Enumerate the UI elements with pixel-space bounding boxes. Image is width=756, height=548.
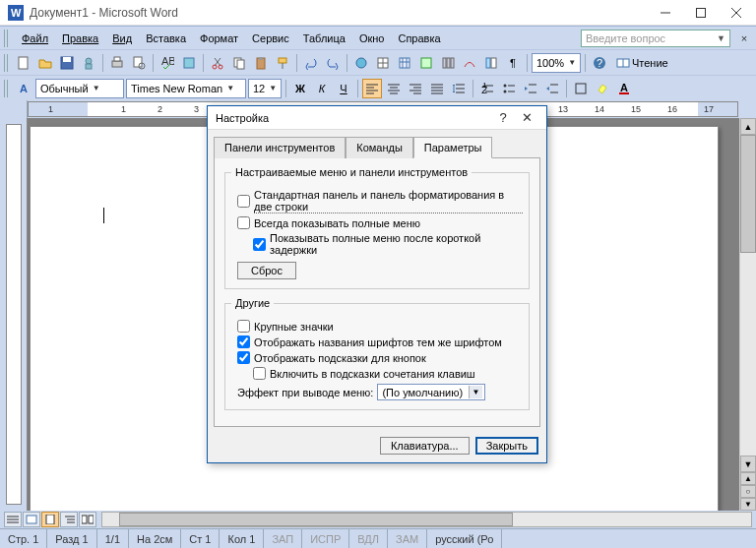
check-font-names[interactable] [237,335,250,348]
font-combo[interactable]: Times New Roman▼ [126,79,246,98]
label-large-icons[interactable]: Крупные значки [254,321,334,333]
scroll-thumb[interactable] [740,135,756,253]
menu-edit[interactable]: Правка [56,30,104,47]
print-layout-view-button[interactable] [41,512,59,527]
borders-button[interactable] [571,79,591,98]
menu-format[interactable]: Формат [194,30,244,47]
new-doc-button[interactable] [14,53,33,73]
tab-toolbars[interactable]: Панели инструментов [214,137,346,158]
check-two-rows[interactable] [237,195,250,208]
insert-worksheet-button[interactable] [416,53,436,73]
hscroll-thumb[interactable] [119,513,513,526]
align-right-button[interactable] [406,79,425,98]
normal-view-button[interactable] [4,512,22,527]
align-left-button[interactable] [362,79,382,98]
insert-table-button[interactable] [395,53,414,73]
font-size-combo[interactable]: 12▼ [248,79,282,98]
format-painter-button[interactable] [273,53,292,73]
print-preview-button[interactable] [129,53,149,73]
bold-button[interactable]: Ж [290,79,310,98]
status-ext[interactable]: ВДЛ [349,529,388,548]
scroll-up-button[interactable]: ▲ [740,118,756,135]
doc-map-button[interactable] [481,53,501,73]
label-tooltips[interactable]: Отображать подсказки для кнопок [254,352,426,364]
highlight-button[interactable] [593,79,612,98]
print-button[interactable] [107,53,127,73]
close-document-button[interactable]: × [736,32,752,44]
keyboard-button[interactable]: Клавиатура... [380,437,470,455]
open-button[interactable] [35,53,55,73]
reset-button[interactable]: Сброс [237,262,296,279]
drawing-button[interactable] [460,53,479,73]
close-button[interactable] [719,0,754,26]
bullets-button[interactable] [499,79,519,98]
tables-borders-button[interactable] [373,53,393,73]
check-shortcuts[interactable] [253,367,266,380]
zoom-combo[interactable]: 100%▼ [532,53,581,73]
vertical-scrollbar[interactable]: ▲ ▼ ▲ ○ ▼ [739,118,756,511]
hyperlink-button[interactable] [351,53,371,73]
check-tooltips[interactable] [237,351,250,364]
check-full-menus[interactable] [237,216,250,229]
status-ovr[interactable]: ЗАМ [388,529,427,548]
label-font-names[interactable]: Отображать названия шрифтов тем же шрифт… [254,336,502,348]
menu-help[interactable]: Справка [392,30,446,47]
menu-view[interactable]: Вид [106,30,138,47]
status-trk[interactable]: ИСПР [302,529,349,548]
increase-indent-button[interactable] [542,79,562,98]
status-lang[interactable]: русский (Ро [427,529,502,548]
tab-options[interactable]: Параметры [413,137,493,158]
line-spacing-button[interactable] [449,79,469,98]
label-two-rows[interactable]: Стандартная панель и панель форматирован… [254,189,523,213]
reading-view-button[interactable] [79,512,96,527]
cut-button[interactable] [208,53,227,73]
dialog-close-button[interactable]: ✕ [515,110,538,125]
dialog-help-button[interactable]: ? [491,110,515,125]
label-after-delay[interactable]: Показывать полные меню после короткой за… [270,232,523,256]
undo-button[interactable] [301,53,321,73]
justify-button[interactable] [427,79,447,98]
tab-commands[interactable]: Команды [346,137,413,158]
maximize-button[interactable] [683,0,719,26]
menu-table[interactable]: Таблица [297,30,351,47]
menu-effect-combo[interactable]: (По умолчанию) ▼ [377,384,485,400]
redo-button[interactable] [323,53,343,73]
prev-page-button[interactable]: ▲ [740,472,756,485]
label-shortcuts[interactable]: Включить в подсказки сочетания клавиш [270,368,475,380]
underline-button[interactable]: Ч [334,79,353,98]
show-marks-button[interactable]: ¶ [503,53,523,73]
read-mode-button[interactable]: Чтение [611,53,673,73]
close-dialog-button[interactable]: Закрыть [475,437,538,455]
minimize-button[interactable] [648,0,683,26]
menu-window[interactable]: Окно [353,30,391,47]
outline-view-button[interactable] [60,512,78,527]
numbering-button[interactable]: 12 [477,79,497,98]
columns-button[interactable] [438,53,458,73]
paste-button[interactable] [251,53,271,73]
research-button[interactable] [179,53,199,73]
dialog-title-bar[interactable]: Настройка ? ✕ [208,106,546,130]
menu-tools[interactable]: Сервис [246,30,295,47]
decrease-indent-button[interactable] [521,79,540,98]
spelling-button[interactable]: AB [158,53,177,73]
help-button[interactable]: ? [590,53,609,73]
web-view-button[interactable] [23,512,40,527]
menu-file[interactable]: Файл [16,30,54,47]
save-button[interactable] [57,53,77,73]
style-combo[interactable]: Обычный▼ [35,79,124,98]
check-after-delay[interactable] [253,238,266,251]
status-rec[interactable]: ЗАП [264,529,302,548]
font-color-button[interactable]: A [614,79,634,98]
permissions-button[interactable] [79,53,98,73]
check-large-icons[interactable] [237,320,250,333]
copy-button[interactable] [229,53,249,73]
scroll-down-button[interactable]: ▼ [740,456,756,472]
align-center-button[interactable] [384,79,404,98]
label-full-menus[interactable]: Всегда показывать полные меню [254,217,420,229]
horizontal-scrollbar[interactable] [101,512,752,527]
menu-insert[interactable]: Вставка [140,30,192,47]
styles-pane-button[interactable]: A [14,79,33,98]
vertical-ruler[interactable] [0,118,28,511]
browse-object-button[interactable]: ○ [740,485,756,498]
next-page-button[interactable]: ▼ [740,498,756,511]
